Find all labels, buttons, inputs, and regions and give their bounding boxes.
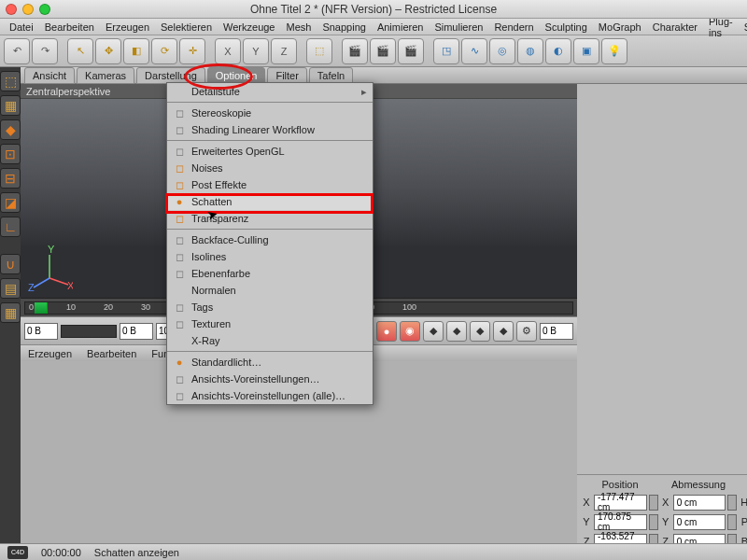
menuitem-normalen[interactable]: Normalen	[167, 282, 373, 299]
menu-animieren[interactable]: Animieren	[372, 20, 430, 35]
check-icon	[173, 334, 186, 347]
menuitem-post-effekte[interactable]: ◻Post Effekte	[167, 176, 373, 193]
menuitem-standardlicht-[interactable]: ●Standardlicht…	[167, 354, 373, 371]
check-icon	[173, 284, 186, 297]
view-tabs: AnsichtKamerasDarstellungOptionenFilterT…	[21, 67, 747, 84]
check-icon: ●	[173, 356, 186, 369]
menu-charakter[interactable]: Charakter	[647, 20, 703, 35]
check-icon	[173, 85, 186, 98]
axis-y-toggle[interactable]: Y	[243, 38, 269, 64]
key-rot-button[interactable]: ◆	[446, 321, 467, 342]
check-icon: ◻	[173, 250, 186, 263]
menuitem-schatten[interactable]: ●Schatten	[167, 193, 373, 210]
move-tool[interactable]: ✥	[95, 38, 121, 64]
range-slider[interactable]	[61, 325, 117, 338]
check-icon: ◻	[173, 317, 186, 330]
frame-field[interactable]	[540, 323, 573, 340]
statusbar: C4D 00:00:00 Schatten anzeigen	[0, 543, 747, 560]
camera-icon[interactable]: ▣	[573, 38, 599, 64]
size-y-field[interactable]: 0 cm	[673, 514, 726, 530]
viewtab-darstellung[interactable]: Darstellung	[136, 67, 205, 84]
menuitem-isolines[interactable]: ◻Isolines	[167, 248, 373, 265]
menuitem-ansichts-voreinstellungen-[interactable]: ◻Ansichts-Voreinstellungen…	[167, 371, 373, 387]
viewtab-kameras[interactable]: Kameras	[77, 67, 134, 84]
pos-y-field[interactable]: 170.875 cm	[594, 514, 647, 530]
model-mode-icon[interactable]: ⬚	[0, 71, 21, 91]
key-scale-button[interactable]: ◆	[470, 321, 490, 342]
deformer-icon[interactable]: ◍	[517, 38, 543, 64]
workplane-icon[interactable]: ▤	[0, 278, 21, 299]
render-region-button[interactable]: 🎬	[370, 38, 396, 64]
scale-tool[interactable]: ◧	[123, 38, 149, 64]
menu-selektieren[interactable]: Selektieren	[155, 20, 218, 35]
menuitem-texturen[interactable]: ◻Texturen	[167, 315, 373, 332]
menuitem-ebenenfarbe[interactable]: ◻Ebenenfarbe	[167, 265, 373, 282]
frame-current-field[interactable]	[120, 323, 153, 340]
viewtab-filter[interactable]: Filter	[267, 67, 306, 84]
environment-icon[interactable]: ◐	[545, 38, 571, 64]
viewtab-optionen[interactable]: Optionen	[207, 67, 266, 84]
menuitem-shading-linearer-workflow[interactable]: ◻Shading Linearer Workflow	[167, 121, 373, 138]
mattab-bearbeiten[interactable]: Bearbeiten	[83, 346, 140, 361]
status-message: Schatten anzeigen	[94, 547, 179, 558]
menuitem-detailstufe[interactable]: Detailstufe	[167, 83, 373, 100]
menu-mesh[interactable]: Mesh	[280, 20, 317, 35]
key-param-button[interactable]: ◆	[493, 321, 514, 342]
edge-mode-icon[interactable]: ⊟	[0, 168, 21, 189]
viewtab-tafeln[interactable]: Tafeln	[309, 67, 353, 84]
spline-icon[interactable]: ∿	[461, 38, 487, 64]
menu-rendern[interactable]: Rendern	[488, 20, 539, 35]
menu-snapping[interactable]: Snapping	[317, 20, 372, 35]
menu-bearbeiten[interactable]: Bearbeiten	[39, 20, 100, 35]
check-icon: ◻	[173, 106, 186, 119]
record-button[interactable]: ●	[376, 321, 397, 342]
menu-werkzeuge[interactable]: Werkzeuge	[218, 20, 280, 35]
key-pos-button[interactable]: ◆	[423, 321, 444, 342]
generator-icon[interactable]: ◎	[489, 38, 515, 64]
render-settings-button[interactable]: 🎬	[398, 38, 424, 64]
axis-mode-icon[interactable]: ∟	[0, 217, 21, 237]
texture-mode-icon[interactable]: ▦	[0, 95, 21, 116]
menuitem-transparenz[interactable]: ◻Transparenz	[167, 210, 373, 227]
menuitem-backface-culling[interactable]: ◻Backface-Culling	[167, 231, 373, 248]
rotate-tool[interactable]: ⟳	[151, 38, 177, 64]
light-icon[interactable]: 💡	[601, 38, 627, 64]
place-tool[interactable]: ✛	[179, 38, 205, 64]
menu-erzeugen[interactable]: Erzeugen	[100, 20, 155, 35]
key-options-button[interactable]: ⚙	[516, 321, 537, 342]
menuitem-ansichts-voreinstellungen--alle--[interactable]: ◻Ansichts-Voreinstellungen (alle)…	[167, 387, 373, 404]
menuitem-erweitertes-opengl[interactable]: ◻Erweitertes OpenGL	[167, 143, 373, 160]
menuitem-tags[interactable]: ◻Tags	[167, 299, 373, 315]
magnet-icon[interactable]: ∪	[0, 254, 21, 274]
menu-simulieren[interactable]: Simulieren	[429, 20, 488, 35]
size-x-field[interactable]: 0 cm	[673, 495, 726, 511]
axis-z-toggle[interactable]: Z	[271, 38, 297, 64]
pos-x-field[interactable]: -177.477 cm	[594, 495, 647, 511]
playhead-icon[interactable]	[35, 302, 48, 315]
polygon-mode-icon[interactable]: ◪	[0, 192, 21, 213]
cube-icon[interactable]: ◳	[433, 38, 459, 64]
menuitem-noises[interactable]: ◻Noises	[167, 160, 373, 176]
menu-mograph[interactable]: MoGraph	[593, 20, 647, 35]
menu-sculpting[interactable]: Sculpting	[540, 20, 593, 35]
viewtab-ansicht[interactable]: Ansicht	[24, 67, 75, 84]
menuitem-x-ray[interactable]: X-Ray	[167, 332, 373, 349]
menu-skript[interactable]: Skript	[739, 20, 747, 35]
menubar: DateiBearbeitenErzeugenSelektierenWerkze…	[0, 19, 747, 35]
axis-x-toggle[interactable]: X	[215, 38, 241, 64]
check-icon: ◻	[173, 212, 186, 225]
frame-start-field[interactable]	[24, 323, 58, 340]
render-button[interactable]: 🎬	[342, 38, 368, 64]
point-mode-icon[interactable]: ⊡	[0, 144, 21, 164]
select-tool[interactable]: ↖	[67, 38, 93, 64]
redo-button[interactable]: ↷	[32, 38, 58, 64]
autokey-button[interactable]: ◉	[400, 321, 420, 342]
cube-primitive[interactable]: ⬚	[306, 38, 332, 64]
mattab-erzeugen[interactable]: Erzeugen	[24, 346, 76, 361]
undo-button[interactable]: ↶	[4, 38, 30, 64]
object-mode-icon[interactable]: ◆	[0, 119, 21, 140]
menu-datei[interactable]: Datei	[4, 20, 39, 35]
options-dropdown: Detailstufe◻Stereoskopie◻Shading Lineare…	[166, 82, 374, 405]
grid-icon[interactable]: ▦	[0, 302, 21, 323]
menuitem-stereoskopie[interactable]: ◻Stereoskopie	[167, 105, 373, 121]
